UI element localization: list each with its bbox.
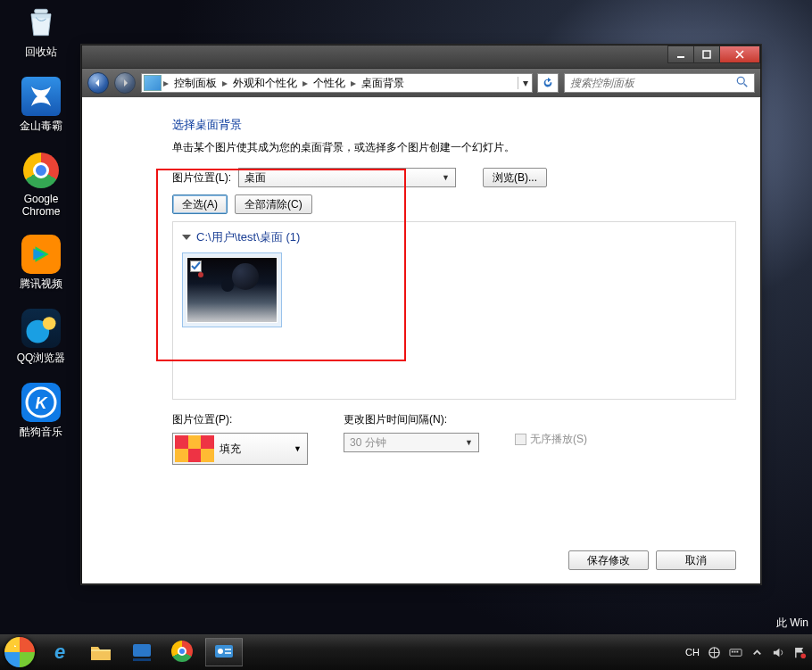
desk-icon-recycle-bin[interactable]: 回收站 — [5, 2, 77, 60]
forward-button[interactable] — [114, 72, 136, 94]
titlebar[interactable] — [82, 45, 760, 69]
save-button[interactable]: 保存修改 — [568, 550, 649, 570]
kugou-icon: K — [21, 382, 62, 423]
nav-toolbar: ▸ 控制面板 ▸ 外观和个性化 ▸ 个性化 ▸ 桌面背景 ▾ — [82, 69, 760, 97]
folder-path: C:\用户\test\桌面 (1) — [196, 229, 300, 245]
picture-position-value: 填充 — [220, 442, 241, 457]
page-description: 单击某个图片使其成为您的桌面背景，或选择多个图片创建一个幻灯片。 — [172, 140, 736, 155]
close-button[interactable] — [719, 45, 760, 63]
svg-rect-17 — [731, 650, 733, 652]
tencent-video-icon — [21, 234, 62, 275]
breadcrumb-seg[interactable]: 桌面背景 — [356, 74, 410, 92]
picture-position-label: 图片位置(P): — [172, 412, 308, 427]
interval-combo: 30 分钟 ▼ — [344, 433, 479, 452]
svg-point-7 — [737, 77, 744, 84]
svg-line-8 — [744, 84, 748, 87]
back-button[interactable] — [87, 72, 109, 94]
desk-icon-label: 金山毒霸 — [20, 119, 62, 134]
desk-icon-chrome[interactable]: Google Chrome — [5, 150, 77, 218]
picture-location-combo[interactable]: 桌面 ▼ — [238, 168, 456, 187]
desk-icon-kugou[interactable]: K 酷狗音乐 — [5, 382, 77, 440]
select-all-button[interactable]: 全选(A) — [172, 194, 228, 214]
desk-icon-label: Google Chrome — [22, 193, 61, 218]
tray-ime-wheel-icon[interactable] — [707, 645, 721, 659]
client-area: 选择桌面背景 单击某个图片使其成为您的桌面背景，或选择多个图片创建一个幻灯片。 … — [83, 97, 759, 583]
taskbar[interactable]: e CH — [0, 634, 812, 670]
system-tray[interactable]: CH — [685, 645, 812, 659]
svg-rect-14 — [225, 652, 231, 654]
search-icon[interactable] — [736, 76, 750, 90]
chevron-down-icon: ▼ — [465, 438, 473, 447]
desk-icon-jinshan[interactable]: 金山毒霸 — [5, 76, 77, 134]
chrome-icon — [21, 150, 62, 191]
svg-rect-0 — [35, 9, 48, 13]
desk-icon-qq-browser[interactable]: QQ浏览器 — [5, 308, 77, 366]
maximize-button[interactable] — [693, 45, 720, 63]
breadcrumb[interactable]: ▸ 控制面板 ▸ 外观和个性化 ▸ 个性化 ▸ 桌面背景 ▾ — [141, 73, 533, 93]
svg-rect-6 — [703, 51, 710, 58]
recycle-bin-icon — [21, 2, 62, 43]
qq-browser-icon — [21, 308, 62, 349]
start-button[interactable] — [0, 634, 39, 670]
breadcrumb-seg[interactable]: 控制面板 — [169, 74, 222, 92]
desk-icon-label: 酷狗音乐 — [20, 425, 62, 440]
browse-button[interactable]: 浏览(B)... — [483, 168, 547, 187]
app-icon — [130, 641, 153, 664]
tray-keyboard-icon[interactable] — [728, 645, 742, 659]
breadcrumb-dropdown[interactable]: ▾ — [518, 77, 532, 89]
page-title: 选择桌面背景 — [172, 117, 736, 133]
explorer-icon — [89, 641, 112, 664]
ie-icon: e — [54, 641, 65, 664]
minimize-button[interactable] — [667, 45, 694, 63]
svg-rect-18 — [733, 650, 735, 652]
collapse-icon — [182, 235, 191, 240]
tray-flag-icon[interactable] — [792, 645, 807, 659]
svg-rect-5 — [677, 56, 684, 58]
taskbar-item-app[interactable] — [123, 638, 161, 666]
search-input[interactable] — [568, 76, 736, 90]
taskbar-item-explorer[interactable] — [82, 638, 120, 666]
refresh-button[interactable] — [537, 73, 559, 93]
chevron-down-icon: ▼ — [294, 444, 302, 453]
taskbar-item-control-panel[interactable] — [205, 638, 243, 666]
shuffle-label: 无序播放(S) — [530, 432, 587, 447]
picture-position-combo[interactable]: 填充 ▼ — [172, 433, 308, 465]
desk-icon-label: 回收站 — [25, 45, 57, 60]
desktop-icons: 回收站 金山毒霸 Google Chrome 腾讯视频 QQ浏览器 K 酷狗音乐 — [5, 2, 77, 456]
tray-volume-icon[interactable] — [771, 645, 785, 659]
thumbnail-checkbox[interactable] — [190, 261, 202, 272]
control-panel-window: ▸ 控制面板 ▸ 外观和个性化 ▸ 个性化 ▸ 桌面背景 ▾ 选择桌面背景 单击… — [81, 45, 761, 584]
picture-location-label: 图片位置(L): — [172, 170, 231, 186]
thumbnail-gallery: C:\用户\test\桌面 (1) — [172, 221, 736, 400]
jinshan-icon — [21, 76, 62, 117]
svg-rect-19 — [736, 650, 738, 652]
taskbar-item-chrome[interactable] — [164, 638, 202, 666]
interval-label: 更改图片时间间隔(N): — [344, 412, 479, 427]
svg-text:K: K — [36, 394, 49, 412]
clear-all-button[interactable]: 全部清除(C) — [235, 194, 312, 214]
chevron-down-icon: ▼ — [442, 173, 450, 182]
svg-point-2 — [43, 317, 56, 330]
desk-icon-label: QQ浏览器 — [17, 351, 66, 366]
svg-rect-10 — [133, 658, 151, 661]
folder-header[interactable]: C:\用户\test\桌面 (1) — [182, 229, 726, 245]
svg-rect-9 — [133, 644, 151, 657]
breadcrumb-seg[interactable]: 外观和个性化 — [228, 74, 302, 92]
wallpaper-thumbnail[interactable] — [182, 252, 282, 327]
desk-icon-tencent-video[interactable]: 腾讯视频 — [5, 234, 77, 292]
taskbar-item-ie[interactable]: e — [41, 638, 79, 666]
tray-ime-indicator[interactable]: CH — [685, 647, 700, 658]
svg-point-12 — [218, 649, 223, 654]
svg-rect-13 — [225, 649, 231, 650]
svg-point-20 — [800, 653, 806, 658]
shuffle-option: 无序播放(S) — [515, 432, 587, 447]
breadcrumb-seg[interactable]: 个性化 — [308, 74, 351, 92]
tray-chevron-icon[interactable] — [750, 645, 764, 659]
search-box[interactable] — [564, 73, 755, 93]
shuffle-checkbox — [515, 434, 526, 445]
desktop-watermark: 此 Win — [776, 616, 808, 631]
breadcrumb-icon — [144, 75, 162, 91]
cancel-button[interactable]: 取消 — [656, 550, 736, 570]
chrome-icon — [171, 641, 195, 664]
dialog-buttons: 保存修改 取消 — [568, 550, 736, 570]
